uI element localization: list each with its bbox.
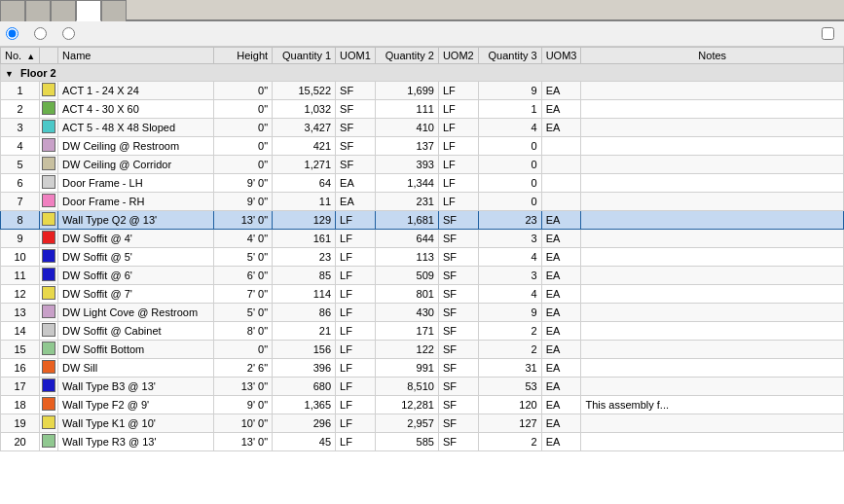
cell-q3: 1 bbox=[478, 100, 541, 119]
cell-height: 5' 0" bbox=[214, 304, 273, 322]
col-header-uom2: UOM2 bbox=[438, 48, 478, 64]
cell-color bbox=[40, 267, 58, 285]
main-table: No. ▲ Name Height Quantity 1 UOM1 Quanti… bbox=[0, 47, 844, 451]
cell-q1: 11 bbox=[273, 193, 336, 211]
cell-q2: 171 bbox=[375, 322, 438, 341]
cell-uom3: EA bbox=[541, 304, 581, 322]
table-row[interactable]: 11 DW Soffit @ 6' 6' 0" 85 LF 509 SF 3 E… bbox=[1, 267, 844, 285]
cell-uom1: LF bbox=[336, 248, 376, 267]
cell-q3: 3 bbox=[478, 230, 541, 248]
table-row[interactable]: 6 Door Frame - LH 9' 0" 64 EA 1,344 LF 0 bbox=[1, 174, 844, 193]
table-row[interactable]: 16 DW Sill 2' 6" 396 LF 991 SF 31 EA bbox=[1, 359, 844, 378]
floor-group-row[interactable]: ▼ Floor 2 bbox=[1, 64, 844, 82]
col-header-q3: Quantity 3 bbox=[478, 48, 541, 64]
table-row[interactable]: 1 ACT 1 - 24 X 24 0" 15,522 SF 1,699 LF … bbox=[1, 82, 844, 100]
table-body: ▼ Floor 2 1 ACT 1 - 24 X 24 0" 15,522 SF… bbox=[1, 64, 844, 451]
table-row[interactable]: 13 DW Light Cove @ Restroom 5' 0" 86 LF … bbox=[1, 304, 844, 322]
cell-q1: 3,427 bbox=[273, 119, 336, 137]
cell-q3: 127 bbox=[478, 414, 541, 433]
table-row[interactable]: 10 DW Soffit @ 5' 5' 0" 23 LF 113 SF 4 E… bbox=[1, 248, 844, 267]
cell-notes bbox=[581, 230, 844, 248]
cell-notes bbox=[581, 248, 844, 267]
table-row[interactable]: 3 ACT 5 - 48 X 48 Sloped 0" 3,427 SF 410… bbox=[1, 119, 844, 137]
cell-uom3: EA bbox=[541, 230, 581, 248]
cell-uom2: SF bbox=[438, 322, 478, 341]
omit-notes-label[interactable] bbox=[822, 27, 838, 40]
omit-notes-checkbox[interactable] bbox=[822, 27, 834, 40]
cell-notes bbox=[581, 341, 844, 359]
cell-color bbox=[40, 433, 58, 451]
cell-q2: 1,344 bbox=[375, 174, 438, 193]
cell-q3: 0 bbox=[478, 137, 541, 156]
cell-uom1: SF bbox=[336, 82, 376, 100]
table-row[interactable]: 7 Door Frame - RH 9' 0" 11 EA 231 LF 0 bbox=[1, 193, 844, 211]
tab-image[interactable] bbox=[25, 0, 51, 21]
cell-uom2: SF bbox=[438, 230, 478, 248]
radio-takeoff-totals[interactable] bbox=[6, 27, 22, 40]
cell-no: 19 bbox=[1, 414, 40, 433]
cell-uom1: SF bbox=[336, 100, 376, 119]
cell-q1: 156 bbox=[273, 341, 336, 359]
cell-notes bbox=[581, 137, 844, 156]
cell-q3: 2 bbox=[478, 433, 541, 451]
cell-uom1: LF bbox=[336, 267, 376, 285]
cell-q1: 114 bbox=[273, 285, 336, 304]
cell-no: 4 bbox=[1, 137, 40, 156]
tab-takeoff[interactable] bbox=[51, 0, 76, 21]
table-row[interactable]: 18 Wall Type F2 @ 9' 9' 0" 1,365 LF 12,2… bbox=[1, 396, 844, 414]
table-row[interactable]: 17 Wall Type B3 @ 13' 13' 0" 680 LF 8,51… bbox=[1, 378, 844, 396]
cell-name: Door Frame - LH bbox=[58, 174, 214, 193]
cell-q2: 410 bbox=[375, 119, 438, 137]
cell-notes bbox=[581, 285, 844, 304]
cell-color bbox=[40, 378, 58, 396]
table-row[interactable]: 2 ACT 4 - 30 X 60 0" 1,032 SF 111 LF 1 E… bbox=[1, 100, 844, 119]
tab-worksheet[interactable] bbox=[76, 0, 101, 21]
table-row[interactable]: 8 Wall Type Q2 @ 13' 13' 0" 129 LF 1,681… bbox=[1, 211, 844, 230]
table-row[interactable]: 5 DW Ceiling @ Corridor 0" 1,271 SF 393 … bbox=[1, 156, 844, 174]
cell-uom3: EA bbox=[541, 359, 581, 378]
radio-individual-typical[interactable] bbox=[62, 27, 79, 40]
table-row[interactable]: 20 Wall Type R3 @ 13' 13' 0" 45 LF 585 S… bbox=[1, 433, 844, 451]
cell-height: 9' 0" bbox=[214, 396, 273, 414]
tab-project-express[interactable] bbox=[101, 0, 127, 21]
cell-no: 12 bbox=[1, 285, 40, 304]
cell-name: DW Ceiling @ Restroom bbox=[58, 137, 214, 156]
table-row[interactable]: 4 DW Ceiling @ Restroom 0" 421 SF 137 LF… bbox=[1, 137, 844, 156]
cell-notes bbox=[581, 322, 844, 341]
radio-takeoff-typical[interactable] bbox=[34, 27, 51, 40]
cell-notes bbox=[581, 304, 844, 322]
cell-no: 16 bbox=[1, 359, 40, 378]
cell-no: 15 bbox=[1, 341, 40, 359]
cell-uom1: LF bbox=[336, 285, 376, 304]
cell-uom3 bbox=[541, 137, 581, 156]
cell-q1: 1,365 bbox=[273, 396, 336, 414]
cell-q3: 4 bbox=[478, 248, 541, 267]
cell-color bbox=[40, 304, 58, 322]
table-row[interactable]: 9 DW Soffit @ 4' 4' 0" 161 LF 644 SF 3 E… bbox=[1, 230, 844, 248]
cell-no: 9 bbox=[1, 230, 40, 248]
cell-q3: 9 bbox=[478, 304, 541, 322]
cell-name: Wall Type Q2 @ 13' bbox=[58, 211, 214, 230]
cell-name: ACT 1 - 24 X 24 bbox=[58, 82, 214, 100]
cell-uom3 bbox=[541, 156, 581, 174]
table-row[interactable]: 12 DW Soffit @ 7' 7' 0" 114 LF 801 SF 4 … bbox=[1, 285, 844, 304]
floor-group-label: Floor 2 bbox=[20, 67, 56, 79]
cell-uom2: SF bbox=[438, 396, 478, 414]
table-row[interactable]: 15 DW Soffit Bottom 0" 156 LF 122 SF 2 E… bbox=[1, 341, 844, 359]
cell-uom3: EA bbox=[541, 267, 581, 285]
cell-uom3: EA bbox=[541, 433, 581, 451]
cell-name: Wall Type B3 @ 13' bbox=[58, 378, 214, 396]
cell-name: DW Sill bbox=[58, 359, 214, 378]
cell-name: DW Soffit @ Cabinet bbox=[58, 322, 214, 341]
cell-color bbox=[40, 193, 58, 211]
cell-uom2: SF bbox=[438, 378, 478, 396]
cell-name: DW Soffit @ 5' bbox=[58, 248, 214, 267]
tab-bids[interactable] bbox=[0, 0, 25, 21]
cell-no: 13 bbox=[1, 304, 40, 322]
cell-notes bbox=[581, 211, 844, 230]
cell-height: 9' 0" bbox=[214, 174, 273, 193]
table-row[interactable]: 14 DW Soffit @ Cabinet 8' 0" 21 LF 171 S… bbox=[1, 322, 844, 341]
table-row[interactable]: 19 Wall Type K1 @ 10' 10' 0" 296 LF 2,95… bbox=[1, 414, 844, 433]
cell-q2: 122 bbox=[375, 341, 438, 359]
cell-name: DW Light Cove @ Restroom bbox=[58, 304, 214, 322]
